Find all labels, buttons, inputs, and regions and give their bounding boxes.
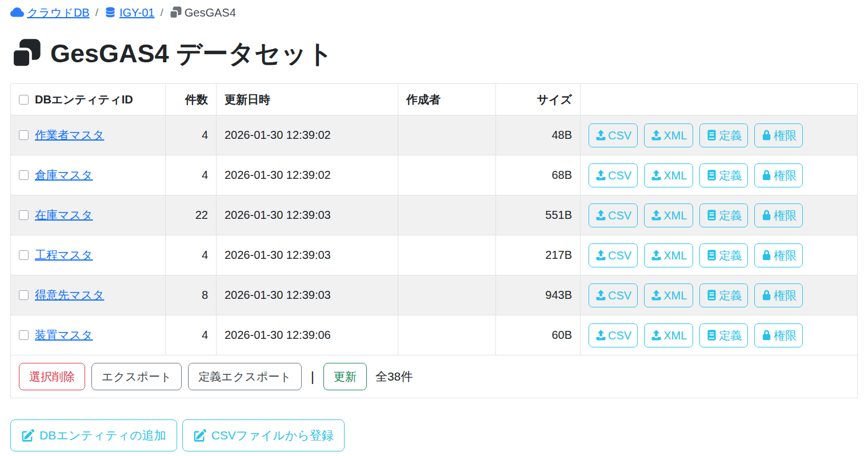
table-footer-row: 選択削除 エクスポート 定義エクスポート | 更新 全38件 xyxy=(11,355,858,398)
row-checkbox[interactable] xyxy=(19,250,29,260)
entity-link[interactable]: 倉庫マスタ xyxy=(35,167,93,183)
permission-button[interactable]: 権限 xyxy=(754,123,803,147)
definition-button[interactable]: 定義 xyxy=(699,323,748,347)
breadcrumb-separator: / xyxy=(160,5,163,21)
breadcrumb-item-current: GesGAS4 xyxy=(169,5,236,21)
button-label: 定義 xyxy=(719,329,742,342)
delete-selected-button[interactable]: 選択削除 xyxy=(19,363,85,390)
entity-link[interactable]: 装置マスタ xyxy=(35,327,93,343)
record-count: 22 xyxy=(166,195,217,235)
record-count: 4 xyxy=(166,155,217,195)
table-row: 装置マスタ 4 2026-01-30 12:39:06 60B CSV XML … xyxy=(11,315,858,355)
size: 217B xyxy=(496,235,581,275)
breadcrumb-item-cloud-db[interactable]: クラウドDB xyxy=(10,5,90,21)
definition-button[interactable]: 定義 xyxy=(699,283,748,307)
breadcrumb-item-igy-01[interactable]: IGY-01 xyxy=(104,5,155,21)
button-label: 権限 xyxy=(774,209,797,222)
permission-button[interactable]: 権限 xyxy=(754,243,803,267)
button-label: 権限 xyxy=(774,329,797,342)
permission-button[interactable]: 権限 xyxy=(754,283,803,307)
header-count: 件数 xyxy=(166,84,217,115)
breadcrumb-link-igy-01[interactable]: IGY-01 xyxy=(119,5,155,21)
definition-button[interactable]: 定義 xyxy=(699,123,748,147)
export-button[interactable]: エクスポート xyxy=(91,363,182,390)
database-icon xyxy=(104,6,117,19)
record-count: 4 xyxy=(166,235,217,275)
row-checkbox[interactable] xyxy=(19,330,29,340)
csv-upload-button[interactable]: CSV xyxy=(589,283,638,307)
button-label: 権限 xyxy=(774,249,797,262)
journal-icon xyxy=(706,169,718,181)
row-checkbox[interactable] xyxy=(19,210,29,220)
button-label: 定義 xyxy=(719,249,742,262)
definition-export-button[interactable]: 定義エクスポート xyxy=(188,363,301,390)
definition-button[interactable]: 定義 xyxy=(699,243,748,267)
upload-icon xyxy=(650,249,662,261)
permission-button[interactable]: 権限 xyxy=(754,203,803,227)
button-label: 権限 xyxy=(774,129,797,142)
button-label: XML xyxy=(663,249,687,262)
definition-button[interactable]: 定義 xyxy=(699,203,748,227)
button-label: CSV xyxy=(608,169,631,182)
button-label: XML xyxy=(663,129,687,142)
xml-upload-button[interactable]: XML xyxy=(644,163,693,187)
xml-upload-button[interactable]: XML xyxy=(644,243,693,267)
csv-upload-button[interactable]: CSV xyxy=(589,123,638,147)
breadcrumb-link-cloud-db[interactable]: クラウドDB xyxy=(27,5,90,21)
record-count: 4 xyxy=(166,315,217,355)
button-label: 権限 xyxy=(774,169,797,182)
journal-icon xyxy=(706,209,718,221)
header-updated-at: 更新日時 xyxy=(217,84,398,115)
lock-icon xyxy=(761,129,773,141)
xml-upload-button[interactable]: XML xyxy=(644,203,693,227)
page-title: GesGAS4 データセット xyxy=(50,37,333,71)
csv-upload-button[interactable]: CSV xyxy=(589,243,638,267)
breadcrumb-separator: / xyxy=(95,5,98,21)
entity-link[interactable]: 得意先マスタ xyxy=(35,287,104,303)
entity-link[interactable]: 作業者マスタ xyxy=(35,127,104,143)
record-count: 4 xyxy=(166,115,217,155)
upload-icon xyxy=(650,209,662,221)
page: クラウドDB / IGY-01 / GesGAS4 GesGAS4 データセット xyxy=(0,0,868,451)
xml-upload-button[interactable]: XML xyxy=(644,283,693,307)
register-from-csv-button[interactable]: CSVファイルから登録 xyxy=(182,419,345,451)
creator xyxy=(398,155,496,195)
csv-upload-button[interactable]: CSV xyxy=(589,163,638,187)
upload-icon xyxy=(650,169,662,181)
updated-at: 2026-01-30 12:39:02 xyxy=(217,155,398,195)
row-checkbox[interactable] xyxy=(19,290,29,300)
select-all-checkbox[interactable] xyxy=(19,95,29,105)
table-row: 作業者マスタ 4 2026-01-30 12:39:02 48B CSV XML… xyxy=(11,115,858,155)
creator xyxy=(398,275,496,315)
xml-upload-button[interactable]: XML xyxy=(644,123,693,147)
table-row: 倉庫マスタ 4 2026-01-30 12:39:02 68B CSV XML … xyxy=(11,155,858,195)
csv-upload-button[interactable]: CSV xyxy=(589,203,638,227)
table-row: 在庫マスタ 22 2026-01-30 12:39:03 551B CSV XM… xyxy=(11,195,858,235)
definition-button[interactable]: 定義 xyxy=(699,163,748,187)
add-db-entity-button[interactable]: DBエンティティの追加 xyxy=(10,419,177,451)
xml-upload-button[interactable]: XML xyxy=(644,323,693,347)
size: 68B xyxy=(496,155,581,195)
entity-link[interactable]: 在庫マスタ xyxy=(35,207,93,223)
updated-at: 2026-01-30 12:39:03 xyxy=(217,275,398,315)
entity-link[interactable]: 工程マスタ xyxy=(35,247,93,263)
dataset-table: DBエンティティID 件数 更新日時 作成者 サイズ 作業者マスタ 4 2026… xyxy=(10,83,858,398)
csv-upload-button[interactable]: CSV xyxy=(589,323,638,347)
button-label: CSV xyxy=(608,129,631,142)
creator xyxy=(398,195,496,235)
row-checkbox[interactable] xyxy=(19,170,29,180)
header-creator: 作成者 xyxy=(398,84,496,115)
permission-button[interactable]: 権限 xyxy=(754,323,803,347)
size: 48B xyxy=(496,115,581,155)
lock-icon xyxy=(761,169,773,181)
upload-icon xyxy=(595,249,607,261)
button-label: CSV xyxy=(608,249,631,262)
button-label: 定義 xyxy=(719,289,742,302)
row-checkbox[interactable] xyxy=(19,130,29,140)
header-actions xyxy=(581,84,858,115)
button-label: XML xyxy=(663,169,687,182)
updated-at: 2026-01-30 12:39:03 xyxy=(217,195,398,235)
table-row: 工程マスタ 4 2026-01-30 12:39:03 217B CSV XML… xyxy=(11,235,858,275)
refresh-button[interactable]: 更新 xyxy=(323,363,367,390)
permission-button[interactable]: 権限 xyxy=(754,163,803,187)
